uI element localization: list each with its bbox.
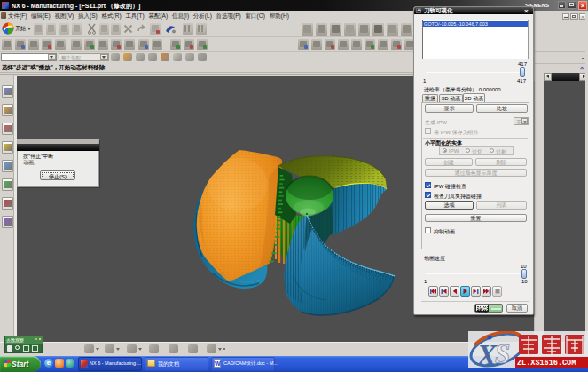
svg-text:S: S xyxy=(495,338,510,369)
